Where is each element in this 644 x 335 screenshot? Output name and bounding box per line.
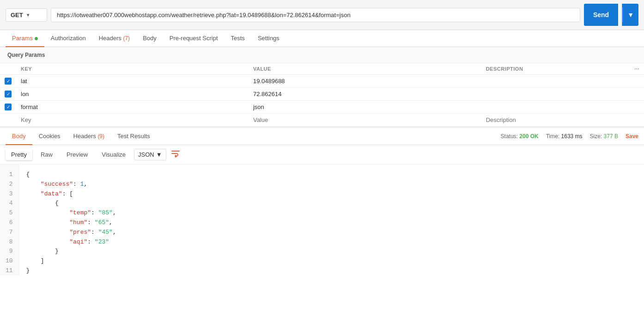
tab-tests[interactable]: Tests bbox=[225, 30, 251, 47]
save-button[interactable]: Save bbox=[626, 133, 638, 140]
method-label: GET bbox=[11, 12, 23, 18]
format-chevron: ▼ bbox=[156, 151, 162, 158]
size-value: 377 B bbox=[604, 133, 618, 140]
method-select[interactable]: GET ▼ bbox=[6, 8, 47, 22]
resp-tab-test-results[interactable]: Test Results bbox=[111, 128, 157, 145]
json-code: { "success": 1, "data": [ { "temp": "85"… bbox=[19, 164, 644, 275]
send-arrow-icon: ▼ bbox=[622, 7, 638, 22]
response-section: Body Cookies Headers (9) Test Results St… bbox=[0, 127, 644, 275]
key-input-format[interactable] bbox=[21, 104, 244, 110]
wrap-icon[interactable] bbox=[171, 149, 180, 160]
params-table: KEY VALUE DESCRIPTION ··· bbox=[0, 63, 644, 127]
time-value: 1633 ms bbox=[561, 133, 583, 140]
value-input-lon[interactable] bbox=[253, 91, 477, 97]
desc-input-lon[interactable] bbox=[486, 91, 626, 97]
url-input[interactable] bbox=[51, 8, 580, 22]
col-key-header: KEY bbox=[16, 63, 249, 75]
tab-authorization[interactable]: Authorization bbox=[44, 30, 92, 47]
checkbox-cell[interactable] bbox=[5, 104, 12, 110]
send-label: Send bbox=[584, 7, 618, 22]
tab-params[interactable]: Params bbox=[6, 30, 44, 47]
request-tabs: Params Authorization Headers (7) Body Pr… bbox=[0, 30, 644, 47]
resp-tab-body[interactable]: Body bbox=[6, 128, 32, 145]
checkbox-lat[interactable] bbox=[5, 78, 12, 85]
col-value-header: VALUE bbox=[249, 63, 481, 75]
top-bar: GET ▼ Send ▼ bbox=[0, 0, 644, 30]
method-chevron: ▼ bbox=[26, 12, 30, 18]
desc-input-lat[interactable] bbox=[486, 78, 626, 85]
value-input-lat[interactable] bbox=[253, 78, 477, 85]
headers-badge: (7) bbox=[123, 35, 130, 42]
key-input-lat[interactable] bbox=[21, 78, 244, 85]
key-input-empty[interactable] bbox=[21, 116, 244, 123]
resp-tab-headers[interactable]: Headers (9) bbox=[67, 128, 111, 145]
status-label: Status: 200 OK bbox=[501, 133, 539, 140]
code-viewer: 1 2 3 4 5 6 7 8 9 10 11 { "success": 1, … bbox=[0, 164, 644, 275]
table-row bbox=[0, 88, 644, 101]
send-dropdown-button[interactable]: ▼ bbox=[622, 4, 638, 26]
value-input-format[interactable] bbox=[253, 104, 477, 110]
time-label: Time: 1633 ms bbox=[546, 133, 583, 140]
col-more-header: ··· bbox=[630, 63, 644, 75]
col-check-header bbox=[0, 63, 16, 75]
value-input-empty[interactable] bbox=[253, 116, 477, 123]
empty-row bbox=[0, 114, 644, 127]
line-numbers: 1 2 3 4 5 6 7 8 9 10 11 bbox=[0, 164, 19, 275]
tab-body[interactable]: Body bbox=[136, 30, 163, 47]
resp-tab-cookies[interactable]: Cookies bbox=[32, 128, 67, 145]
checkbox-lon[interactable] bbox=[5, 91, 12, 97]
resp-headers-badge: (9) bbox=[97, 133, 104, 140]
checkbox-format[interactable] bbox=[5, 104, 12, 110]
response-tabs-bar: Body Cookies Headers (9) Test Results St… bbox=[0, 128, 644, 145]
view-raw-button[interactable]: Raw bbox=[35, 149, 58, 160]
table-row bbox=[0, 101, 644, 114]
response-meta: Status: 200 OK Time: 1633 ms Size: 377 B… bbox=[501, 133, 638, 140]
key-input-lon[interactable] bbox=[21, 91, 244, 97]
body-toolbar: Pretty Raw Preview Visualize JSON ▼ bbox=[0, 145, 644, 164]
view-preview-button[interactable]: Preview bbox=[61, 149, 93, 160]
view-pretty-button[interactable]: Pretty bbox=[6, 149, 32, 160]
desc-input-format[interactable] bbox=[486, 104, 626, 110]
format-select[interactable]: JSON ▼ bbox=[134, 149, 166, 160]
format-label: JSON bbox=[138, 151, 154, 158]
query-params-section-label: Query Params bbox=[0, 47, 644, 63]
checkbox-cell[interactable] bbox=[5, 91, 12, 97]
tab-settings[interactable]: Settings bbox=[251, 30, 286, 47]
desc-input-empty[interactable] bbox=[486, 116, 626, 123]
tab-pre-request-script[interactable]: Pre-request Script bbox=[163, 30, 225, 47]
status-value: 200 OK bbox=[519, 133, 538, 140]
size-label: Size: 377 B bbox=[590, 133, 618, 140]
table-row bbox=[0, 75, 644, 88]
view-visualize-button[interactable]: Visualize bbox=[96, 149, 131, 160]
tab-headers[interactable]: Headers (7) bbox=[92, 30, 136, 47]
params-dot bbox=[35, 37, 38, 40]
col-desc-header: DESCRIPTION bbox=[481, 63, 630, 75]
send-button[interactable]: Send bbox=[584, 4, 618, 26]
checkbox-cell[interactable] bbox=[5, 78, 12, 85]
